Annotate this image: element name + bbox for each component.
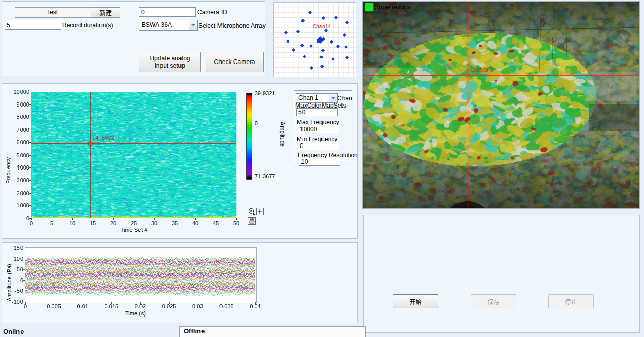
online-status-label: Online [3, 328, 24, 335]
spectrogram-canvas[interactable] [31, 92, 236, 218]
array-mic-dot [296, 29, 299, 33]
tick-label: 0 [24, 220, 39, 226]
chevron-down-icon[interactable] [189, 20, 197, 30]
tick-mark [154, 218, 155, 220]
color-scale-max: -39.9321 [253, 90, 275, 96]
tick-mark [31, 218, 32, 220]
array-mic-dot [320, 64, 324, 68]
array-mic-dot [309, 44, 312, 47]
chevron-down-icon[interactable] [329, 94, 337, 102]
project-name-field[interactable]: test [15, 7, 91, 18]
color-scale [246, 93, 252, 180]
min-frequency-input[interactable] [298, 142, 339, 150]
tick-mark [23, 280, 25, 281]
waveform-canvas [25, 248, 255, 302]
update-analog-input-button[interactable]: Update analog input setup [139, 52, 201, 72]
array-mic-dot [291, 48, 295, 51]
max-frequency-input[interactable] [298, 125, 339, 133]
tick-label: 50 [2, 266, 23, 272]
tick-label: 6000 [7, 139, 29, 145]
tick-label: 10 [65, 220, 80, 226]
tick-mark [29, 92, 31, 92]
camera-cursor-hline[interactable] [363, 75, 639, 76]
tick-mark [195, 218, 196, 220]
frequency-resolution-input[interactable] [299, 158, 340, 166]
start-button[interactable]: 开始 [393, 294, 438, 308]
tick-mark [227, 302, 227, 304]
array-mic-dot [300, 43, 304, 47]
new-project-button[interactable]: 新建 [91, 7, 120, 18]
array-axis-vline [315, 4, 315, 40]
actions-panel: 开始 保存 停止 [363, 215, 640, 333]
tick-mark [29, 155, 31, 156]
tick-label: 50 [229, 220, 244, 226]
save-button[interactable]: 保存 [471, 294, 516, 308]
tick-label: 9000 [7, 101, 29, 108]
spectrogram-panel: 14, 5932 Frequency Time Set # -39.9321 -… [2, 83, 358, 239]
tick-mark [216, 218, 216, 220]
array-mic-dot [284, 30, 287, 34]
beamform-controls-group: Chan 1 Chan MaxColorMapSets Max Frequenc… [294, 90, 352, 164]
check-camera-button[interactable]: Check Camera [206, 52, 264, 72]
mic-array-dropdown[interactable]: BSWA 36A [139, 20, 198, 31]
waveform-plot-area [25, 247, 257, 303]
record-duration-input[interactable] [5, 20, 61, 30]
tick-mark [29, 193, 31, 194]
tick-label: 25 [126, 220, 142, 226]
array-mic-dot [334, 15, 337, 19]
graph-palette[interactable] [247, 207, 266, 228]
acoustic-map-canvas[interactable] [363, 2, 639, 208]
max-colormap-input[interactable] [296, 108, 338, 116]
stop-button[interactable]: 停止 [548, 294, 594, 308]
tick-mark [54, 302, 54, 304]
tick-mark [25, 302, 26, 304]
tick-mark [175, 218, 175, 220]
x-axis-title: Time Set # [31, 227, 236, 233]
camera-cursor-label: Cursor 0 [470, 66, 494, 73]
spectrogram-cursor-vline[interactable] [90, 92, 91, 218]
array-mic-dot [342, 33, 346, 36]
camera-cursor-vline[interactable] [468, 2, 468, 208]
tick-mark [29, 180, 31, 181]
show-results-label: Show results [375, 4, 410, 11]
tick-label: 0 [2, 277, 23, 283]
camera-id-input[interactable] [139, 7, 196, 17]
spectrogram-cursor-hline[interactable] [31, 143, 236, 144]
tick-label: 20 [106, 220, 121, 226]
pan-hand-icon [248, 218, 256, 225]
color-scale-title: Amplitude [279, 122, 286, 151]
offline-status-indicator: Offline [179, 326, 366, 337]
array-mic-dot [300, 18, 304, 22]
array-mic-dot [344, 45, 347, 48]
tick-label: 5000 [7, 152, 29, 158]
tick-label: 1000 [7, 202, 29, 208]
tick-label: 4000 [7, 164, 29, 171]
array-mic-dot [345, 55, 348, 59]
tick-mark [52, 218, 52, 220]
channel-label: Chan [337, 95, 352, 102]
tick-mark [29, 130, 31, 130]
tick-mark [29, 142, 31, 143]
tick-mark [29, 104, 31, 105]
array-mic-dot [345, 20, 348, 24]
camera-acoustic-view[interactable]: Cursor 0 Show results [362, 1, 640, 209]
array-cursor-cross-icon[interactable] [332, 27, 332, 31]
array-mic-dot [309, 66, 313, 69]
array-mic-dot [286, 39, 289, 43]
tick-label: 35 [167, 220, 183, 226]
array-mic-dot [308, 10, 311, 14]
setup-panel: test 新建 Camera ID Record duration(s) BSW… [2, 1, 265, 76]
tick-label: 15 [85, 220, 100, 226]
tick-mark [111, 302, 112, 304]
color-scale-min: -71.3677 [253, 173, 275, 179]
mic-array-plot[interactable]: Chan14 [273, 2, 356, 77]
array-mic-dot [336, 44, 339, 48]
tick-label: 2000 [7, 190, 29, 196]
tick-label: -50 [2, 288, 23, 294]
array-mic-dot [331, 57, 334, 60]
tick-mark [29, 117, 31, 117]
mic-array-value: BSWA 36A [142, 21, 172, 28]
show-results-checkbox[interactable] [365, 3, 374, 12]
tick-label: 45 [208, 220, 224, 226]
tick-mark [236, 218, 237, 220]
